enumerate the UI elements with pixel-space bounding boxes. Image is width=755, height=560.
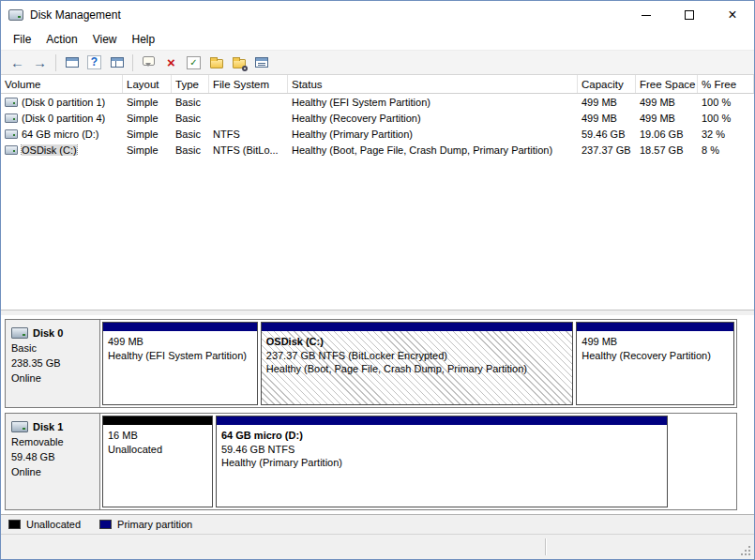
disk-header-disk-1[interactable]: Disk 1Removable59.48 GBOnline [6, 414, 100, 509]
volume-name-cell: (Disk 0 partition 4) [1, 113, 123, 124]
app-icon [8, 9, 23, 21]
partition-info: 499 MBHealthy (Recovery Partition) [577, 331, 733, 404]
disk-title-row: Disk 1 [11, 419, 94, 434]
disk-name: Disk 1 [33, 419, 63, 434]
status-bar [1, 534, 754, 559]
capacity-cell: 499 MB [578, 113, 636, 124]
type-cell: Basic [172, 113, 209, 124]
free-space-cell: 499 MB [636, 97, 698, 108]
volume-row[interactable]: 64 GB micro (D:)SimpleBasicNTFSHealthy (… [1, 126, 754, 142]
volume-drive-icon [5, 145, 18, 155]
pct-free-cell: 8 % [698, 144, 754, 156]
partition-detail: 499 MB [108, 335, 252, 349]
menu-help[interactable]: Help [125, 30, 163, 49]
volume-row[interactable]: (Disk 0 partition 4)SimpleBasicHealthy (… [1, 110, 754, 126]
disk-size: 59.48 GB [11, 449, 94, 464]
partition-block[interactable]: 64 GB micro (D:)59.46 GB NTFSHealthy (Pr… [216, 416, 668, 507]
volume-drive-icon [5, 114, 18, 123]
pct-free-cell: 32 % [698, 129, 754, 140]
menu-bar: FileActionViewHelp [1, 29, 754, 50]
disk-row-disk-0: Disk 0Basic238.35 GBOnline499 MBHealthy … [5, 319, 737, 408]
delete-volume-glyph: × [167, 55, 175, 69]
help-icon[interactable]: ? [83, 53, 105, 73]
partition-block[interactable]: 16 MBUnallocated [102, 416, 213, 507]
window-title: Disk Management [30, 8, 121, 22]
status-cell: Healthy (EFI System Partition) [288, 97, 578, 108]
folder-shape [210, 59, 223, 68]
delete-volume-icon[interactable]: × [160, 53, 182, 73]
minimize-button[interactable] [625, 1, 668, 29]
partition-color-bar [262, 323, 573, 331]
partitions-area: 499 MBHealthy (EFI System Partition)OSDi… [100, 320, 736, 407]
column-header-type[interactable]: Type [172, 75, 209, 93]
maximize-icon [685, 10, 694, 20]
disk-management-window: Disk Management × FileActionViewHelp ←→?… [0, 0, 755, 560]
close-button[interactable]: × [711, 1, 754, 29]
column-header-layout[interactable]: Layout [123, 75, 172, 93]
layout-cell: Simple [123, 97, 172, 108]
back-icon[interactable]: ← [7, 53, 28, 73]
volume-row[interactable]: (Disk 0 partition 1)SimpleBasicHealthy (… [1, 94, 754, 110]
close-icon: × [728, 8, 736, 23]
legend-label: Unallocated [26, 519, 81, 530]
capacity-cell: 59.46 GB [578, 129, 636, 140]
column-header-status[interactable]: Status [288, 75, 578, 93]
explore-icon[interactable] [228, 53, 249, 73]
column-header-volume[interactable]: Volume [1, 75, 123, 93]
properties-icon[interactable] [250, 53, 272, 73]
column-header-capacity[interactable]: Capacity [578, 75, 636, 93]
disk-status: Online [11, 464, 94, 479]
partition-block[interactable]: OSDisk (C:)237.37 GB NTFS (BitLocker Enc… [261, 322, 574, 405]
volume-name: (Disk 0 partition 4) [22, 113, 105, 124]
type-cell: Basic [172, 129, 209, 140]
legend-bar: UnallocatedPrimary partition [1, 514, 754, 534]
menu-view[interactable]: View [85, 30, 125, 49]
legend-item-unallocated: Unallocated [8, 519, 81, 530]
volume-drive-icon [5, 129, 18, 139]
toolbar-separator [55, 54, 56, 71]
disk-type: Basic [11, 341, 94, 356]
titlebar: Disk Management × [1, 1, 754, 29]
status-cell: Healthy (Recovery Partition) [288, 113, 578, 124]
volume-row[interactable]: OSDisk (C:)SimpleBasicNTFS (BitLo...Heal… [1, 142, 754, 158]
show-action-pane-icon[interactable] [106, 53, 128, 73]
disk-row-disk-1: Disk 1Removable59.48 GBOnline16 MBUnallo… [5, 413, 737, 510]
disk-icon [11, 421, 28, 432]
menu-action[interactable]: Action [38, 30, 84, 49]
layout-cell: Simple [123, 129, 172, 140]
volume-table-body: (Disk 0 partition 1)SimpleBasicHealthy (… [1, 94, 754, 158]
show-action-pane-shape [111, 57, 124, 68]
partition-info: OSDisk (C:)237.37 GB NTFS (BitLocker Enc… [262, 331, 573, 404]
maximize-button[interactable] [668, 1, 711, 29]
partition-block[interactable]: 499 MBHealthy (Recovery Partition) [576, 322, 734, 405]
column-header-free[interactable]: % Free [698, 75, 754, 93]
column-header-free-space[interactable]: Free Space [636, 75, 698, 93]
back-glyph: ← [10, 55, 24, 69]
mark-partition-active-icon[interactable]: ✓ [183, 53, 204, 73]
menu-file[interactable]: File [6, 30, 38, 49]
open-icon[interactable] [205, 53, 227, 73]
partition-color-bar [217, 416, 667, 425]
partition-block[interactable]: 499 MBHealthy (EFI System Partition) [102, 322, 258, 405]
action-menu-icon[interactable] [138, 53, 159, 73]
graphical-view-pane: Disk 0Basic238.35 GBOnline499 MBHealthy … [1, 315, 754, 514]
status-panel-right [546, 535, 754, 559]
capacity-cell: 237.37 GB [578, 144, 636, 156]
volume-name: OSDisk (C:) [22, 144, 77, 156]
window-controls: × [625, 1, 754, 29]
legend-label: Primary partition [117, 519, 192, 530]
capacity-cell: 499 MB [578, 97, 636, 108]
show-console-tree-icon[interactable] [61, 53, 83, 73]
pct-free-cell: 100 % [698, 113, 754, 124]
partition-info: 16 MBUnallocated [103, 425, 212, 507]
legend-swatch [8, 520, 21, 529]
free-space-cell: 18.57 GB [636, 144, 698, 156]
properties-shape [255, 57, 268, 68]
volume-list-pane: VolumeLayoutTypeFile SystemStatusCapacit… [1, 75, 754, 310]
column-header-file-system[interactable]: File System [209, 75, 288, 93]
partition-detail: Healthy (Recovery Partition) [581, 349, 729, 363]
disk-header-disk-0[interactable]: Disk 0Basic238.35 GBOnline [6, 320, 100, 407]
show-console-tree-shape [66, 57, 79, 68]
forward-icon[interactable]: → [29, 53, 51, 73]
resize-grip[interactable] [748, 553, 750, 555]
